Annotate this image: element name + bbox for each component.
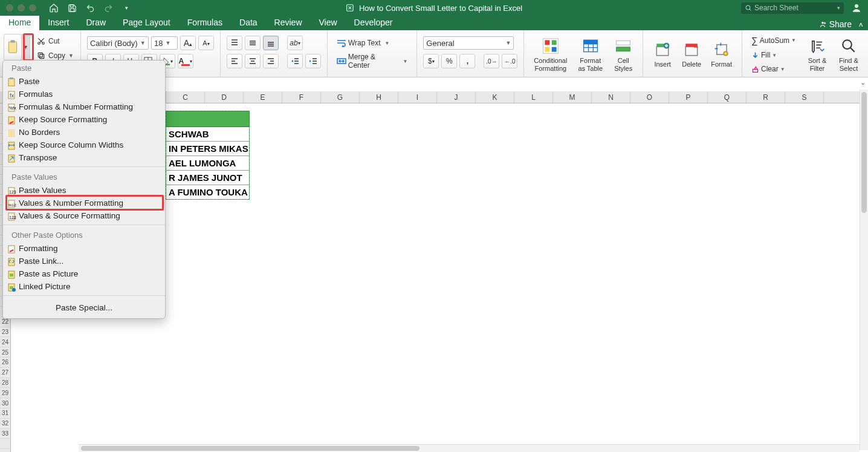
- column-header[interactable]: K: [476, 91, 514, 103]
- save-icon[interactable]: [66, 2, 77, 13]
- align-bottom-icon[interactable]: [263, 36, 279, 50]
- row-header[interactable]: 25: [0, 347, 11, 358]
- row-header[interactable]: 33: [0, 429, 11, 439]
- menu-formulas[interactable]: fxFormulas: [3, 88, 165, 100]
- orientation-icon[interactable]: ab▾: [287, 36, 303, 50]
- menu-formulas-number[interactable]: %fxFormulas & Number Formatting: [3, 100, 165, 113]
- format-as-table-button[interactable]: Format as Table: [574, 35, 606, 73]
- zoom-window-icon[interactable]: [29, 4, 36, 11]
- wrap-text-button[interactable]: Wrap Text▼: [334, 37, 393, 49]
- qat-dropdown-icon[interactable]: ▾: [121, 2, 132, 13]
- tab-insert[interactable]: Insert: [39, 15, 77, 30]
- format-cells-button[interactable]: Format: [707, 39, 736, 69]
- menu-formatting[interactable]: Formatting: [3, 242, 165, 255]
- row-header[interactable]: 24: [0, 337, 11, 347]
- column-header[interactable]: I: [398, 91, 437, 103]
- currency-icon[interactable]: $▾: [423, 54, 439, 68]
- sort-filter-button[interactable]: Sort & Filter: [804, 35, 831, 73]
- tab-home[interactable]: Home: [0, 15, 39, 30]
- row-header[interactable]: 30: [0, 398, 11, 408]
- align-center-icon[interactable]: [245, 54, 261, 68]
- autosum-button[interactable]: ∑AutoSum▼: [748, 33, 799, 47]
- decrease-font-icon[interactable]: A▾: [198, 36, 214, 50]
- column-header[interactable]: H: [360, 91, 398, 103]
- column-header[interactable]: O: [630, 91, 669, 103]
- menu-paste-values[interactable]: 123Paste Values: [3, 184, 165, 197]
- menu-paste-special[interactable]: Paste Special...: [3, 298, 165, 316]
- menu-keep-col-widths[interactable]: Keep Source Column Widths: [3, 139, 165, 151]
- menu-paste-link[interactable]: Paste Link...: [3, 255, 165, 267]
- tab-view[interactable]: View: [311, 15, 346, 30]
- tab-draw[interactable]: Draw: [77, 15, 114, 30]
- tab-data[interactable]: Data: [231, 15, 266, 30]
- tab-developer[interactable]: Developer: [346, 15, 401, 30]
- menu-transpose[interactable]: Transpose: [3, 151, 165, 164]
- increase-indent-icon[interactable]: [305, 54, 321, 68]
- column-header[interactable]: G: [321, 91, 360, 103]
- comma-icon[interactable]: ,: [459, 54, 475, 68]
- menu-keep-source-fmt[interactable]: Keep Source Formatting: [3, 113, 165, 126]
- row-header[interactable]: [0, 449, 11, 452]
- column-header[interactable]: D: [205, 91, 244, 103]
- row-header[interactable]: 27: [0, 368, 11, 378]
- menu-paste[interactable]: Paste: [3, 75, 165, 88]
- font-color-button[interactable]: A▾: [178, 54, 193, 68]
- row-header[interactable]: 31: [0, 408, 11, 419]
- font-size-select[interactable]: 18▼: [151, 36, 178, 50]
- menu-no-borders[interactable]: No Borders: [3, 126, 165, 139]
- delete-cells-button[interactable]: Delete: [678, 39, 705, 69]
- decrease-indent-icon[interactable]: [287, 54, 303, 68]
- home-icon[interactable]: [48, 2, 59, 13]
- vertical-scrollbar[interactable]: [860, 90, 868, 450]
- table-header-cell[interactable]: [166, 111, 250, 127]
- column-header[interactable]: J: [437, 91, 476, 103]
- font-name-select[interactable]: Calibri (Body)▼: [87, 36, 149, 50]
- data-cell[interactable]: AEL LUMONGA: [166, 156, 250, 171]
- tab-page-layout[interactable]: Page Layout: [114, 15, 179, 30]
- menu-values-number-fmt[interactable]: %123Values & Number Formatting: [3, 197, 165, 209]
- column-header[interactable]: S: [785, 91, 824, 103]
- row-header[interactable]: 32: [0, 419, 11, 429]
- minimize-window-icon[interactable]: [18, 4, 25, 11]
- column-header[interactable]: E: [244, 91, 282, 103]
- column-header[interactable]: C: [166, 91, 205, 103]
- cut-button[interactable]: Cut: [34, 35, 77, 47]
- row-header[interactable]: 29: [0, 388, 11, 398]
- column-header[interactable]: L: [514, 91, 553, 103]
- increase-decimal-icon[interactable]: .0→: [484, 54, 499, 68]
- number-format-select[interactable]: General▼: [423, 36, 514, 50]
- column-header[interactable]: P: [669, 91, 708, 103]
- search-sheet-input[interactable]: Search Sheet ▾: [741, 2, 844, 14]
- share-button[interactable]: Share: [815, 18, 855, 30]
- user-account-icon[interactable]: [851, 2, 862, 13]
- column-header[interactable]: F: [282, 91, 321, 103]
- conditional-formatting-button[interactable]: Conditional Formatting: [530, 35, 571, 73]
- paste-dropdown-button[interactable]: ▼: [22, 34, 30, 61]
- increase-font-icon[interactable]: A▴: [180, 36, 196, 50]
- redo-icon[interactable]: [103, 2, 114, 13]
- merge-center-button[interactable]: Merge & Center▼: [334, 51, 410, 71]
- fill-button[interactable]: Fill▼: [748, 49, 799, 61]
- tab-formulas[interactable]: Formulas: [179, 15, 231, 30]
- horizontal-scrollbar[interactable]: [79, 444, 860, 452]
- align-middle-icon[interactable]: [245, 36, 261, 50]
- row-header[interactable]: 26: [0, 358, 11, 368]
- tab-review[interactable]: Review: [266, 15, 311, 30]
- column-header[interactable]: N: [592, 91, 630, 103]
- align-top-icon[interactable]: [227, 36, 242, 50]
- menu-paste-picture[interactable]: Paste as Picture: [3, 267, 165, 280]
- percent-icon[interactable]: %: [441, 54, 457, 68]
- align-left-icon[interactable]: [227, 54, 242, 68]
- data-cell[interactable]: SCHWAB: [166, 127, 250, 142]
- row-header[interactable]: 28: [0, 378, 11, 388]
- menu-values-source-fmt[interactable]: 123Values & Source Formatting: [3, 209, 165, 222]
- cell-styles-button[interactable]: Cell Styles: [610, 35, 636, 73]
- column-header[interactable]: Q: [708, 91, 747, 103]
- data-cell[interactable]: R JAMES JUNOT: [166, 171, 250, 185]
- decrease-decimal-icon[interactable]: ←.0: [502, 54, 517, 68]
- menu-linked-picture[interactable]: Linked Picture: [3, 280, 165, 293]
- row-header[interactable]: [0, 439, 11, 449]
- align-right-icon[interactable]: [263, 54, 279, 68]
- column-header[interactable]: M: [553, 91, 592, 103]
- column-header[interactable]: R: [747, 91, 785, 103]
